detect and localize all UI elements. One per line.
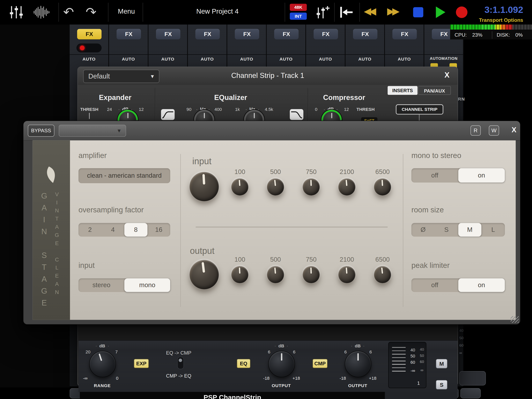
record-button[interactable] (456, 6, 467, 18)
fx-button[interactable]: FX (77, 29, 102, 39)
undo-icon[interactable]: ↶ (63, 3, 74, 21)
input-band-500-knob[interactable] (267, 179, 284, 195)
mono-to-stereo-off[interactable]: off (412, 168, 458, 183)
auto-label[interactable]: AUTO (306, 57, 345, 62)
output-gain-knob[interactable] (190, 260, 219, 289)
divider (58, 3, 59, 22)
play-button[interactable] (436, 6, 445, 18)
oversampling-option-4[interactable]: 4 (101, 223, 124, 237)
oversampling-option-8[interactable]: 8 (124, 223, 147, 237)
close-button[interactable]: X (444, 71, 450, 79)
output-band-6500-knob[interactable] (374, 266, 391, 283)
auto-label[interactable]: AUTO (227, 57, 266, 62)
peak-limiter-on[interactable]: on (458, 278, 505, 292)
oversampling-option-2[interactable]: 2 (78, 223, 101, 237)
mixer-add-icon[interactable] (314, 5, 331, 20)
menu-button[interactable]: Menu (113, 7, 140, 15)
channel-strip-selector-button[interactable]: CHANNEL STRIP (396, 104, 443, 115)
record-arm-indicator[interactable] (76, 44, 102, 52)
resize-grip[interactable] (511, 316, 519, 323)
output-band-100-knob[interactable] (231, 266, 248, 283)
auto-label[interactable]: AUTO (345, 57, 384, 62)
amplifier-selector[interactable]: clean - american standard (78, 168, 170, 183)
mono-to-stereo-on[interactable]: on (458, 168, 505, 183)
scale-max: 4.5k (265, 107, 273, 112)
mixer-icon[interactable] (8, 4, 25, 20)
expander-range-knob[interactable] (89, 351, 116, 377)
fx-button[interactable]: FX (314, 29, 338, 39)
input-band-2100-knob[interactable] (338, 179, 355, 195)
return-to-start-icon[interactable] (338, 6, 355, 19)
mute-button[interactable]: M (436, 359, 447, 368)
switch-handle (179, 359, 182, 362)
cmp-output-knob[interactable] (345, 351, 371, 377)
automation-read-button[interactable]: R (470, 125, 481, 135)
input-mode-stereo[interactable]: stereo (78, 278, 124, 292)
plugin-preset-dropdown[interactable]: ▼ (59, 125, 126, 137)
solo-button[interactable]: S (436, 380, 447, 389)
automation-label[interactable]: AUTOMATION (424, 57, 463, 61)
rewind-button[interactable]: ◀◀ (364, 6, 374, 17)
routing-bottom-label[interactable]: CMP -> EQ (162, 373, 195, 379)
routing-switch[interactable] (177, 357, 184, 369)
eq-output-knob[interactable] (268, 351, 295, 377)
auto-label[interactable]: AUTO (267, 57, 305, 62)
sample-rate-badge[interactable]: 48K (290, 4, 307, 11)
auto-label[interactable]: AUTO (109, 57, 148, 62)
plugin-titlebar[interactable]: BYPASS ▼ R W X (23, 121, 520, 141)
psp-channelstrip-panel: dB 20 7 -∞ 0 RANGE EXP EQ -> CMP CMP -> … (78, 340, 458, 392)
transport-options-label[interactable]: Transport Options (462, 17, 523, 23)
room-size-large[interactable]: L (481, 223, 505, 237)
auto-label[interactable]: AUTO (385, 57, 424, 62)
input-mode-mono[interactable]: mono (124, 278, 170, 292)
output-band-500-knob[interactable] (267, 266, 284, 283)
room-size-medium[interactable]: M (458, 223, 481, 237)
high-shelf-icon[interactable] (290, 109, 303, 120)
input-band-750-knob[interactable] (303, 179, 320, 195)
bypass-button[interactable]: BYPASS (28, 125, 54, 137)
output-band-750-knob[interactable] (303, 266, 320, 283)
auto-label[interactable]: AUTO (148, 57, 187, 62)
input-band-6500-knob[interactable] (374, 179, 391, 195)
routing-top-label[interactable]: EQ -> CMP (162, 350, 195, 355)
divider (70, 54, 108, 55)
waveform-icon[interactable] (33, 6, 51, 19)
fx-button[interactable]: FX (156, 29, 181, 39)
eq-enable-button[interactable]: EQ (237, 359, 250, 368)
low-shelf-icon[interactable] (161, 109, 175, 120)
redo-icon[interactable]: ↷ (86, 3, 97, 21)
auto-label[interactable]: AUTO (188, 57, 227, 62)
fx-button[interactable]: FX (235, 29, 259, 39)
room-size-bypass[interactable]: Ø (412, 223, 435, 237)
fx-button[interactable]: FX (392, 29, 417, 39)
mixer-button-partial[interactable] (459, 371, 486, 385)
automation-write-button[interactable]: W (489, 125, 499, 135)
fx-button[interactable]: FX (353, 29, 378, 39)
meter-tick-label: 50 (407, 354, 415, 359)
sync-source-badge[interactable]: INT (290, 13, 307, 20)
stop-button[interactable] (413, 7, 423, 17)
room-size-small[interactable]: S (435, 223, 458, 237)
peak-limiter-off[interactable]: off (412, 278, 458, 292)
oversampling-option-16[interactable]: 16 (147, 223, 170, 237)
auto-label[interactable]: AUTO (70, 57, 108, 62)
dock-slot[interactable] (460, 388, 481, 398)
tab-inserts[interactable]: INSERTS (388, 86, 418, 95)
fx-button[interactable]: FX (116, 29, 141, 39)
window-titlebar[interactable]: Default ▼ Channel Strip - Track 1 X (78, 67, 458, 85)
time-display[interactable]: 3:1.1.092 (475, 5, 523, 15)
exp-enable-button[interactable]: EXP (134, 359, 149, 368)
cmp-enable-button[interactable]: CMP (313, 359, 328, 368)
close-button[interactable]: X (510, 126, 518, 134)
input-gain-knob[interactable] (190, 172, 219, 201)
fx-button[interactable]: FX (195, 29, 220, 39)
fast-forward-button[interactable]: ▶▶ (387, 6, 398, 17)
input-band-100-knob[interactable] (231, 179, 248, 195)
output-band-2100-knob[interactable] (338, 266, 355, 283)
input-band-label: 6500 (372, 168, 393, 176)
fx-button[interactable]: FX (274, 29, 299, 39)
mono-to-stereo-toggle: off on (412, 168, 505, 183)
range-max: 7 (112, 349, 120, 354)
peak-limiter-toggle: off on (412, 278, 505, 292)
tab-pan-aux[interactable]: PAN/AUX (418, 86, 451, 95)
